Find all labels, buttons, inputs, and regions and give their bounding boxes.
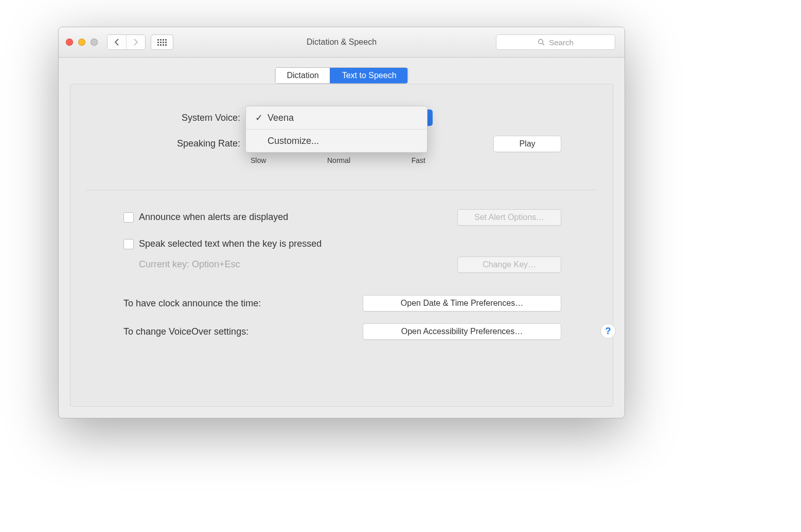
tick-slow: Slow bbox=[251, 156, 266, 164]
speak-selected-label: Speak selected text when the key is pres… bbox=[139, 239, 322, 249]
close-icon[interactable] bbox=[66, 39, 73, 46]
current-key-label: Current key: Option+Esc bbox=[139, 259, 240, 270]
back-button[interactable] bbox=[108, 35, 126, 49]
tab-dictation[interactable]: Dictation bbox=[275, 68, 330, 83]
set-alert-options-button: Set Alert Options… bbox=[457, 209, 561, 226]
announce-alerts-checkbox[interactable] bbox=[123, 212, 134, 223]
svg-line-1 bbox=[542, 43, 544, 45]
zoom-icon bbox=[91, 39, 98, 46]
system-voice-label: System Voice: bbox=[70, 113, 240, 123]
speaking-rate-label: Speaking Rate: bbox=[70, 138, 240, 149]
tick-normal: Normal bbox=[327, 156, 350, 164]
divider bbox=[86, 190, 597, 190]
announce-alerts-label: Announce when alerts are displayed bbox=[139, 212, 288, 223]
open-date-time-button[interactable]: Open Date & Time Preferences… bbox=[363, 295, 561, 311]
speak-selected-checkbox[interactable] bbox=[123, 239, 134, 249]
voice-option-veena[interactable]: ✓ Veena bbox=[246, 106, 427, 129]
minimize-icon[interactable] bbox=[78, 39, 85, 46]
toolbar: Dictation & Speech Search bbox=[59, 27, 625, 58]
rate-slider-ticks: Slow Normal Fast bbox=[251, 156, 425, 164]
forward-button bbox=[126, 35, 145, 49]
voice-option-label: Veena bbox=[268, 113, 294, 123]
window-controls bbox=[66, 39, 98, 46]
preferences-window: Dictation & Speech Search Dictation Text… bbox=[58, 27, 625, 418]
nav-back-forward bbox=[107, 34, 146, 50]
tab-text-to-speech[interactable]: Text to Speech bbox=[330, 68, 408, 83]
search-input[interactable]: Search bbox=[496, 34, 615, 50]
search-icon bbox=[538, 39, 545, 46]
voiceover-settings-label: To change VoiceOver settings: bbox=[123, 326, 248, 337]
open-accessibility-button[interactable]: Open Accessibility Preferences… bbox=[363, 323, 561, 340]
clock-announce-label: To have clock announce the time: bbox=[123, 298, 261, 309]
play-button[interactable]: Play bbox=[493, 136, 561, 152]
show-all-button[interactable] bbox=[151, 34, 173, 50]
grid-icon bbox=[157, 39, 167, 46]
voice-option-label: Customize... bbox=[268, 136, 319, 146]
search-placeholder: Search bbox=[549, 38, 574, 47]
system-voice-menu: ✓ Veena Customize... bbox=[245, 106, 428, 153]
svg-point-0 bbox=[539, 40, 543, 44]
voice-option-customize[interactable]: Customize... bbox=[246, 130, 427, 152]
checkmark-icon: ✓ bbox=[255, 112, 262, 123]
help-button[interactable]: ? bbox=[600, 323, 616, 339]
change-key-button: Change Key… bbox=[457, 256, 561, 273]
content-pane: System Voice: Speaking Rate: ✓ Veena Cus… bbox=[70, 84, 613, 407]
tick-fast: Fast bbox=[412, 156, 425, 164]
speak-selected-row: Speak selected text when the key is pres… bbox=[123, 239, 322, 249]
announce-alerts-row: Announce when alerts are displayed bbox=[123, 212, 288, 223]
tab-bar: Dictation Text to Speech bbox=[275, 67, 408, 84]
